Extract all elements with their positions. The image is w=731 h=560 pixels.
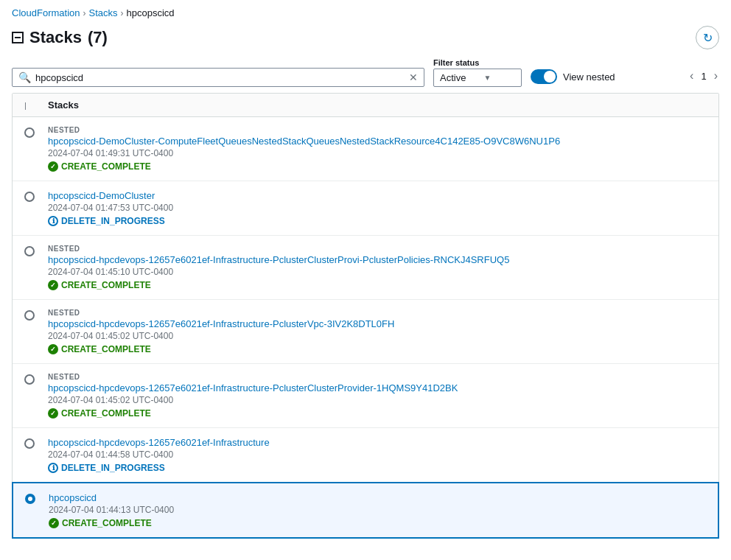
status-text: CREATE_COMPLETE bbox=[61, 408, 151, 419]
page-header: Stacks (7) ↻ bbox=[0, 23, 731, 58]
stack-name[interactable]: hpcopscicd-hpcdevops-12657e6021ef-Infras… bbox=[48, 318, 394, 329]
breadcrumb-sep-2: › bbox=[121, 8, 124, 18]
status-text: CREATE_COMPLETE bbox=[61, 344, 151, 354]
stack-status: ✓CREATE_COMPLETE bbox=[49, 518, 706, 528]
stack-date: 2024-07-04 01:47:53 UTC-0400 bbox=[48, 203, 707, 213]
toolbar: 🔍 ✕ Filter status Active ▼ View nested ‹… bbox=[0, 58, 731, 93]
stacks-table: | Stacks NESTEDhpcopscicd-DemoCluster-Co… bbox=[12, 93, 719, 539]
nested-badge: NESTED bbox=[48, 126, 707, 134]
stack-info: NESTEDhpcopscicd-hpcdevops-12657e6021ef-… bbox=[48, 309, 707, 354]
stack-status: ✓CREATE_COMPLETE bbox=[48, 408, 707, 419]
breadcrumb-cloudformation[interactable]: CloudFormation bbox=[12, 7, 80, 18]
stack-date: 2024-07-04 01:44:58 UTC-0400 bbox=[48, 449, 707, 460]
page-number: 1 bbox=[701, 71, 706, 82]
view-nested-toggle[interactable] bbox=[531, 69, 557, 84]
table-body: NESTEDhpcopscicd-DemoCluster-ComputeFlee… bbox=[13, 117, 718, 539]
radio-button[interactable] bbox=[24, 192, 35, 202]
stack-info: hpcopscicd-DemoCluster2024-07-04 01:47:5… bbox=[48, 190, 707, 226]
breadcrumb-stacks[interactable]: Stacks bbox=[89, 7, 118, 18]
table-row[interactable]: NESTEDhpcopscicd-DemoCluster-ComputeFlee… bbox=[13, 117, 718, 181]
table-header: | Stacks bbox=[13, 94, 718, 117]
breadcrumb-current: hpcopscicd bbox=[127, 7, 175, 18]
stack-name[interactable]: hpcopscicd-hpcdevops-12657e6021ef-Infras… bbox=[48, 382, 458, 393]
header-checkbox-col: | bbox=[24, 99, 48, 111]
radio-col bbox=[24, 437, 48, 449]
pagination: ‹ 1 › bbox=[688, 68, 719, 87]
filter-label: Filter status bbox=[433, 58, 522, 67]
stack-info: NESTEDhpcopscicd-hpcdevops-12657e6021ef-… bbox=[48, 245, 707, 290]
create-complete-icon: ✓ bbox=[48, 280, 58, 290]
radio-col bbox=[24, 373, 48, 385]
create-complete-icon: ✓ bbox=[49, 518, 59, 528]
stack-status: ✓CREATE_COMPLETE bbox=[48, 344, 707, 354]
radio-col bbox=[24, 309, 48, 321]
create-complete-icon: ✓ bbox=[48, 344, 58, 354]
table-row[interactable]: hpcopscicd2024-07-04 01:44:13 UTC-0400✓C… bbox=[12, 482, 719, 539]
table-row[interactable]: NESTEDhpcopscicd-hpcdevops-12657e6021ef-… bbox=[13, 300, 718, 364]
delete-in-progress-icon: ℹ bbox=[48, 463, 58, 473]
clear-search-button[interactable]: ✕ bbox=[409, 71, 418, 83]
create-complete-icon: ✓ bbox=[48, 408, 58, 419]
stack-name[interactable]: hpcopscicd-hpcdevops-12657e6021ef-Infras… bbox=[48, 437, 270, 448]
stacks-count: (7) bbox=[88, 28, 108, 47]
stack-name[interactable]: hpcopscicd-hpcdevops-12657e6021ef-Infras… bbox=[48, 254, 509, 265]
stack-status: ✓CREATE_COMPLETE bbox=[48, 280, 707, 290]
nested-badge: NESTED bbox=[48, 245, 707, 253]
stack-info: hpcopscicd2024-07-04 01:44:13 UTC-0400✓C… bbox=[49, 492, 706, 528]
radio-col bbox=[24, 190, 48, 202]
radio-button[interactable] bbox=[24, 246, 35, 256]
status-text: CREATE_COMPLETE bbox=[62, 518, 152, 528]
stack-date: 2024-07-04 01:45:02 UTC-0400 bbox=[48, 395, 707, 405]
stack-status: ✓CREATE_COMPLETE bbox=[48, 161, 707, 172]
stack-date: 2024-07-04 01:49:31 UTC-0400 bbox=[48, 148, 707, 158]
filter-status-value: Active bbox=[440, 72, 466, 83]
stack-name[interactable]: hpcopscicd bbox=[49, 492, 97, 503]
nested-badge: NESTED bbox=[48, 373, 707, 381]
next-page-button[interactable]: › bbox=[713, 68, 719, 84]
radio-col bbox=[24, 245, 48, 256]
radio-col bbox=[25, 492, 49, 504]
table-row[interactable]: NESTEDhpcopscicd-hpcdevops-12657e6021ef-… bbox=[13, 236, 718, 300]
status-text: DELETE_IN_PROGRESS bbox=[61, 216, 165, 226]
refresh-button[interactable]: ↻ bbox=[696, 26, 719, 49]
page-title: Stacks bbox=[29, 28, 82, 47]
delete-in-progress-icon: ℹ bbox=[48, 216, 58, 226]
nested-badge: NESTED bbox=[48, 309, 707, 317]
chevron-down-icon: ▼ bbox=[483, 74, 491, 82]
radio-button[interactable] bbox=[24, 438, 35, 449]
stack-date: 2024-07-04 01:45:10 UTC-0400 bbox=[48, 267, 707, 277]
table-row[interactable]: hpcopscicd-hpcdevops-12657e6021ef-Infras… bbox=[13, 428, 718, 483]
radio-button[interactable] bbox=[24, 310, 35, 321]
filter-section: Filter status Active ▼ bbox=[433, 58, 522, 87]
prev-page-button[interactable]: ‹ bbox=[688, 68, 695, 84]
table-row[interactable]: NESTEDhpcopscicd-hpcdevops-12657e6021ef-… bbox=[13, 364, 718, 428]
status-text: CREATE_COMPLETE bbox=[61, 161, 151, 172]
status-text: CREATE_COMPLETE bbox=[61, 280, 151, 290]
radio-col bbox=[24, 126, 48, 138]
stack-status: ℹDELETE_IN_PROGRESS bbox=[48, 216, 707, 226]
breadcrumb: CloudFormation › Stacks › hpcopscicd bbox=[0, 0, 731, 23]
breadcrumb-sep-1: › bbox=[83, 8, 86, 18]
stack-date: 2024-07-04 01:45:02 UTC-0400 bbox=[48, 331, 707, 341]
stack-name[interactable]: hpcopscicd-DemoCluster-ComputeFleetQueue… bbox=[48, 136, 560, 147]
radio-button[interactable] bbox=[24, 374, 35, 385]
search-input[interactable] bbox=[35, 72, 409, 83]
view-nested-label: View nested bbox=[563, 71, 615, 83]
search-box: 🔍 ✕ bbox=[12, 68, 424, 87]
view-nested: View nested bbox=[531, 69, 615, 87]
stack-info: hpcopscicd-hpcdevops-12657e6021ef-Infras… bbox=[48, 437, 707, 473]
create-complete-icon: ✓ bbox=[48, 161, 58, 172]
column-stacks: Stacks bbox=[48, 99, 79, 111]
stack-name[interactable]: hpcopscicd-DemoCluster bbox=[48, 190, 155, 201]
radio-button[interactable] bbox=[24, 127, 35, 138]
stack-date: 2024-07-04 01:44:13 UTC-0400 bbox=[49, 505, 706, 515]
table-row[interactable]: hpcopscicd-DemoCluster2024-07-04 01:47:5… bbox=[13, 181, 718, 236]
collapse-icon[interactable] bbox=[12, 32, 24, 43]
radio-button[interactable] bbox=[25, 494, 35, 504]
search-icon: 🔍 bbox=[18, 71, 31, 83]
status-text: DELETE_IN_PROGRESS bbox=[61, 463, 165, 473]
filter-status-dropdown[interactable]: Active ▼ bbox=[433, 69, 522, 87]
stack-info: NESTEDhpcopscicd-DemoCluster-ComputeFlee… bbox=[48, 126, 707, 172]
stack-status: ℹDELETE_IN_PROGRESS bbox=[48, 463, 707, 473]
stack-info: NESTEDhpcopscicd-hpcdevops-12657e6021ef-… bbox=[48, 373, 707, 419]
